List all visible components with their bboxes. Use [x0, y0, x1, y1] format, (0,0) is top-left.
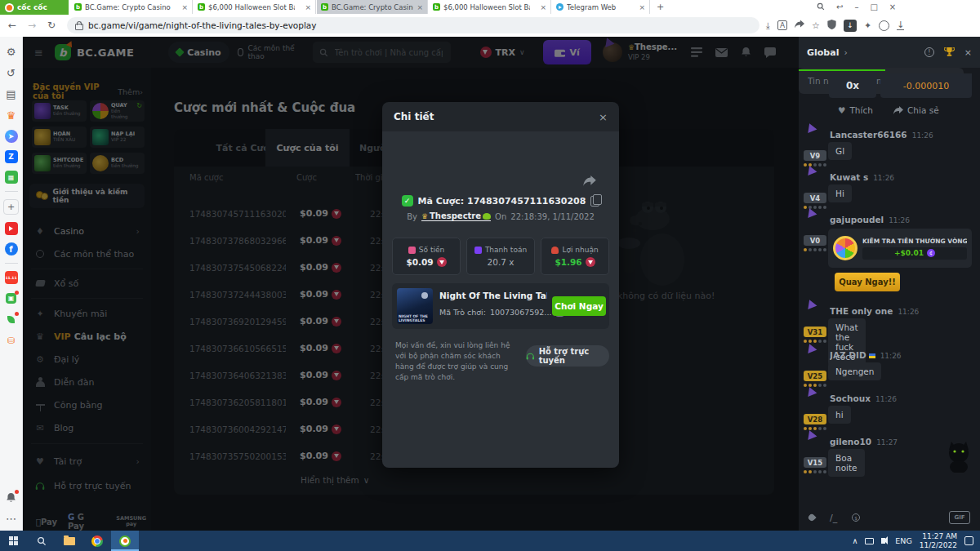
chat-username[interactable]: gajupoudel11:26	[830, 215, 960, 224]
level-badge: V28	[804, 414, 826, 424]
coccoc-brand[interactable]: cốc cốc	[0, 0, 69, 15]
share-button[interactable]: Chia sẻ	[893, 105, 939, 115]
support-button[interactable]: Hỗ trợ trực tuyến	[526, 345, 609, 367]
copy-icon[interactable]	[590, 196, 599, 207]
bet-id-row: ✓ Mã Cược: 1748307457111630208	[382, 195, 619, 207]
windows-taskbar: ∧ ENG 11:27 AM11/2/2022	[0, 531, 980, 551]
tab-close-icon[interactable]: ×	[305, 3, 311, 11]
settings-gear-icon[interactable]: ⚙	[4, 45, 18, 59]
chat-username[interactable]: Kuwat s11:26	[830, 172, 960, 182]
new-tab-button[interactable]: +	[657, 2, 664, 12]
modal-title: Chi tiết	[394, 111, 434, 122]
back-button[interactable]: ←	[8, 20, 16, 31]
spin-now-button[interactable]: Quay Ngay!!	[835, 273, 900, 291]
add-shortcut-button[interactable]: +	[3, 199, 19, 215]
chat-rules-icon[interactable]: !	[924, 47, 934, 57]
bcgame-favicon: b	[321, 3, 328, 11]
like-button[interactable]: ♥Thích	[838, 105, 873, 115]
volume-icon[interactable]	[881, 538, 885, 544]
telegram-favicon	[556, 3, 564, 11]
share-bet-icon[interactable]	[583, 174, 596, 189]
coccoc-brand-label: cốc cốc	[17, 3, 47, 11]
chat-text: Ngengen	[828, 362, 881, 380]
network-icon[interactable]	[865, 538, 874, 544]
forward-button[interactable]: →	[28, 20, 36, 31]
chrome-icon[interactable]	[83, 531, 111, 551]
browser-tab-3-active[interactable]: b BC.Game: Crypto Casino Gan ×	[317, 0, 428, 14]
close-window-button[interactable]: ×	[889, 2, 896, 11]
rain-icon[interactable]	[808, 514, 815, 521]
chat-username[interactable]: JAZ DID11:26	[830, 350, 960, 360]
chat-room-label[interactable]: Global	[807, 47, 839, 58]
bookmark-star-icon[interactable]: ☆	[812, 20, 820, 31]
modal-close-icon[interactable]: ×	[599, 111, 608, 123]
games-icon[interactable]: ▦	[5, 171, 18, 184]
active-download-icon[interactable]: ↓	[844, 20, 857, 32]
reload-button[interactable]: ↻	[47, 20, 56, 31]
chat-username[interactable]: THE only one11:26	[830, 306, 960, 316]
more-options-icon[interactable]: ⋯	[4, 512, 18, 526]
session-restore-icon[interactable]: ↩	[836, 2, 843, 11]
close-chat-icon[interactable]: ×	[964, 47, 972, 58]
bcgame-favicon: b	[433, 3, 440, 11]
tab-search-icon[interactable]	[817, 2, 825, 12]
start-button[interactable]	[0, 531, 28, 551]
taskbar-search-icon[interactable]	[28, 531, 56, 551]
level-badge: V9	[804, 150, 826, 161]
translate-icon[interactable]: A	[777, 20, 787, 30]
tab-close-icon[interactable]: ×	[416, 3, 423, 11]
shield-icon[interactable]	[827, 20, 836, 32]
lucky-wheel-icon	[833, 236, 858, 260]
url-field[interactable]: bc.game/vi/game/night-of-the-living-tale…	[67, 17, 760, 33]
trophy-icon[interactable]	[944, 47, 955, 57]
file-explorer-icon[interactable]	[56, 531, 83, 551]
tab-close-icon[interactable]: ×	[181, 3, 188, 11]
shopping-sale-icon[interactable]: 11.11	[5, 271, 18, 284]
slash-commands-icon[interactable]: /_	[830, 513, 837, 523]
youtube-icon[interactable]	[5, 222, 18, 235]
browser-tab-4[interactable]: b $6,000 Halloween Slot Battle ×	[429, 0, 551, 14]
action-center-icon[interactable]	[964, 536, 973, 545]
save-page-icon[interactable]: ⤓	[766, 20, 770, 31]
tab-close-icon[interactable]: ×	[540, 3, 546, 11]
messenger-icon[interactable]: ➤	[5, 130, 18, 143]
extensions-icon[interactable]: ✦	[864, 20, 871, 31]
maximize-button[interactable]: □	[870, 2, 877, 11]
chat-username[interactable]: Sochoux11:26	[830, 393, 960, 403]
language-indicator[interactable]: ENG	[895, 536, 911, 545]
browser-tab-2[interactable]: b $6,000 Halloween Slot Battle ×	[194, 0, 316, 14]
minimize-button[interactable]: –	[854, 2, 858, 11]
chat-text: hi	[828, 406, 851, 424]
chat-username[interactable]: Lancaster6616611:26	[830, 130, 960, 140]
zalo-icon[interactable]: Z	[5, 150, 18, 163]
browser-tab-1[interactable]: b BC.Game: Crypto Casino Gam ×	[70, 0, 193, 14]
share-page-icon[interactable]	[795, 20, 804, 31]
level-pips	[804, 470, 826, 473]
coccoc-crown-icon[interactable]: ♛	[4, 109, 18, 122]
farm-icon[interactable]	[4, 313, 18, 327]
window-controls: ↩ – □ ×	[817, 0, 896, 14]
chat-toolbar: /_ $ GIF	[808, 511, 970, 524]
profile-avatar-icon[interactable]	[879, 20, 889, 31]
taskbar-clock[interactable]: 11:27 AM11/2/2022	[920, 532, 957, 550]
browser-tab-5[interactable]: Telegram Web ×	[552, 0, 650, 14]
game-id-value: 10073067592...	[490, 308, 552, 317]
facebook-icon[interactable]: f	[5, 242, 18, 256]
bet-author-link[interactable]: ♛Thespectre	[421, 211, 491, 221]
downloads-tray-icon[interactable]: ↓	[897, 21, 904, 30]
game-thumbnail[interactable]: NIGHT OF THE LIVINGTALES	[397, 288, 433, 324]
bonus-spin-card[interactable]: KIỂM TRA TIỀN THƯỞNG VÒNG QU +$0.01 ¢	[828, 229, 972, 268]
coccoc-taskbar-icon[interactable]	[111, 531, 139, 551]
hidden-icons-chevron[interactable]: ∧	[852, 536, 858, 545]
news-feed-icon[interactable]: ▤	[4, 87, 18, 101]
notification-bell-icon[interactable]	[4, 491, 18, 504]
chat-username[interactable]: gileno1011:27	[830, 437, 960, 447]
cart-icon[interactable]: ⛁	[4, 334, 18, 348]
gif-button[interactable]: GIF	[949, 511, 970, 524]
coin-drop-icon[interactable]: $	[852, 513, 860, 522]
history-icon[interactable]: ↺	[4, 66, 18, 80]
bonus-coin-icon: ¢	[927, 249, 935, 257]
tab-close-icon[interactable]: ×	[639, 3, 645, 11]
play-now-button[interactable]: Chơi Ngay	[552, 296, 606, 316]
gift-icon[interactable]: ▣	[4, 291, 18, 305]
